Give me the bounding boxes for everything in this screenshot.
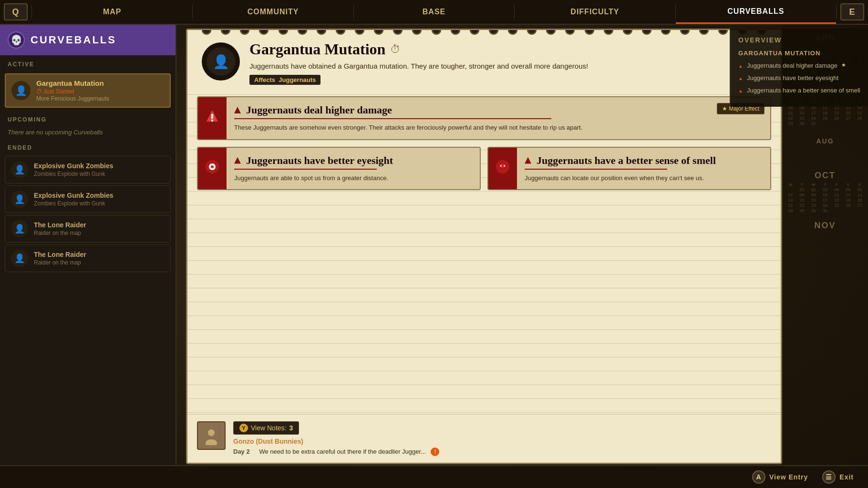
ended-item-0[interactable]: 👤 Explosive Gunk Zombies Zombies Explode…	[5, 156, 171, 183]
overview-item-text-0: Juggernauts deal higher damage	[747, 61, 837, 70]
spiral-binding	[187, 29, 781, 35]
effect-card-full-0: ★ Major Effect Juggernauts deal higher d…	[197, 96, 771, 140]
svg-rect-1	[211, 120, 213, 122]
curveball-text: Gargantua Mutation ⏱ Juggernauts have ob…	[249, 41, 588, 85]
ended-item-1-icon: 👤	[11, 191, 28, 208]
nav-key-e[interactable]: E	[840, 3, 864, 20]
notebook-content: 👤 Gargantua Mutation ⏱ Juggernauts have …	[187, 30, 781, 463]
effects-container: ★ Major Effect Juggernauts deal higher d…	[187, 92, 781, 194]
ended-item-2[interactable]: 👤 The Lone Raider Raider on the map	[5, 215, 171, 243]
effect-tab-2	[488, 148, 517, 190]
nav-key-q[interactable]: Q	[4, 3, 28, 20]
spiral-ring	[680, 29, 690, 35]
spiral-ring	[202, 29, 211, 35]
ended-item-0-desc: Zombies Explode with Gunk	[34, 171, 114, 177]
cal-month-oct: OCT	[785, 171, 865, 181]
view-entry-action[interactable]: A View Entry	[752, 470, 808, 484]
overview-bullet-1: ▲	[738, 75, 743, 82]
note-section: Y View Notes: 3 Gonzo (Dust Bunnies) Day…	[187, 414, 781, 463]
overview-title: OVERVIEW	[738, 36, 860, 44]
spiral-ring	[298, 29, 307, 35]
ended-item-1-name: Explosive Gunk Zombies	[34, 192, 114, 199]
spiral-ring	[565, 29, 575, 35]
nav-item-curveballs[interactable]: Curveballs	[676, 0, 836, 24]
effect-text-1: Juggernauts are able to spot us from a g…	[234, 173, 472, 183]
active-item-sub: ⏱ Just Started	[36, 88, 109, 95]
effect-title-1: Juggernauts have better eyesight	[234, 154, 472, 167]
spiral-ring	[336, 29, 345, 35]
spiral-ring	[432, 29, 441, 35]
note-content: Y View Notes: 3 Gonzo (Dust Bunnies) Day…	[233, 421, 771, 456]
nav-item-map[interactable]: Map	[32, 0, 192, 24]
section-active-label: ACTIVE	[0, 55, 176, 71]
spiral-ring	[393, 29, 403, 35]
spiral-ring	[527, 29, 537, 35]
effect-tab-icon-1	[204, 158, 221, 178]
ended-item-1[interactable]: 👤 Explosive Gunk Zombies Zombies Explode…	[5, 185, 171, 213]
ended-item-3-name: The Lone Raider	[34, 251, 86, 258]
note-day: Day 2	[233, 448, 257, 455]
ended-item-3[interactable]: 👤 The Lone Raider Raider on the map	[5, 244, 171, 272]
view-notes-button[interactable]: Y View Notes: 3	[233, 421, 299, 435]
ended-item-2-info: The Lone Raider Raider on the map	[34, 221, 86, 236]
spiral-ring	[374, 29, 383, 35]
section-upcoming-label: UPCOMING	[0, 111, 176, 126]
main-content: 👤 Gargantua Mutation ⏱ Juggernauts have …	[186, 29, 782, 464]
active-item-desc: More Ferocious Juggernauts	[36, 95, 109, 102]
ended-item-3-desc: Raider on the map	[34, 259, 86, 266]
effect-tab-0	[198, 97, 227, 139]
nav-item-community[interactable]: Community	[193, 0, 353, 24]
exit-action[interactable]: ☰ Exit	[822, 470, 854, 484]
effect-title-text-0: Juggernauts deal higher damage	[246, 104, 392, 116]
y-button-icon: Y	[239, 424, 248, 432]
note-warning-icon: !	[431, 447, 439, 456]
ended-item-2-icon: 👤	[11, 220, 28, 237]
curveball-header: 👤 Gargantua Mutation ⏱ Juggernauts have …	[187, 36, 781, 92]
view-notes-count: 3	[289, 424, 293, 432]
nav-item-base[interactable]: Base	[354, 0, 514, 24]
spiral-ring	[412, 29, 422, 35]
spiral-ring	[508, 29, 517, 35]
overview-item-text-2: Juggernauts have a better sense of smell	[747, 86, 860, 95]
effect-card-half-1: Juggernauts have better eyesight Juggern…	[197, 147, 481, 191]
svg-point-6	[501, 164, 504, 167]
ended-item-1-desc: Zombies Explode with Gunk	[34, 200, 114, 207]
sidebar-active-item[interactable]: 👤 Gargantua Mutation ⏱ Just Started More…	[5, 73, 171, 108]
author-avatar	[197, 421, 226, 450]
effect-card-half-2: Juggernauts have a better sense of smell…	[487, 147, 771, 191]
spiral-ring	[661, 29, 671, 35]
spiral-ring	[279, 29, 288, 35]
upcoming-text: There are no upcoming Curveballs	[0, 126, 176, 139]
overview-item-2: ▲ Juggernauts have a better sense of sme…	[738, 86, 860, 95]
note-row: Day 2 We need to be extra careful out th…	[233, 447, 771, 456]
ended-item-1-info: Explosive Gunk Zombies Zombies Explode w…	[34, 192, 114, 207]
curveball-icon-inner: 👤	[207, 47, 235, 76]
ended-item-3-icon: 👤	[11, 250, 28, 267]
effect-tab-1	[198, 148, 227, 190]
view-entry-label: View Entry	[769, 473, 808, 481]
effect-text-2: Juggernauts can locate our position even…	[525, 173, 763, 183]
sidebar-skull-icon: 💀	[8, 31, 25, 49]
overview-item-text-1: Juggernauts have better eyesight	[747, 74, 838, 82]
nav-item-difficulty[interactable]: Difficulty	[515, 0, 675, 24]
ended-item-2-name: The Lone Raider	[34, 221, 86, 229]
spiral-ring	[585, 29, 594, 35]
spiral-ring	[623, 29, 632, 35]
spiral-ring	[546, 29, 556, 35]
spiral-ring	[489, 29, 498, 35]
effect-text-0: These Juggernauts are somehow even stron…	[234, 123, 763, 132]
affects-target: Juggernauts	[279, 76, 316, 83]
ended-item-0-icon: 👤	[11, 161, 28, 178]
cal-grid-oct: MTWTFSS 010203040506 07080910111213 1415…	[785, 183, 865, 213]
spiral-ring	[718, 29, 728, 35]
sidebar-title: CURVEBALLS	[31, 34, 116, 46]
ended-item-0-name: Explosive Gunk Zombies	[34, 162, 114, 170]
curveball-main-icon: 👤	[202, 42, 240, 81]
effect-title-text-1: Juggernauts have better eyesight	[246, 154, 393, 167]
red-accent-icon-1	[234, 157, 241, 164]
effect-underline-1	[234, 169, 377, 170]
action-bar: A View Entry ☰ Exit	[0, 465, 868, 488]
menu-key-icon: ☰	[822, 470, 836, 484]
ended-item-2-desc: Raider on the map	[34, 230, 86, 236]
overview-bullet-0: ▲	[738, 63, 743, 70]
